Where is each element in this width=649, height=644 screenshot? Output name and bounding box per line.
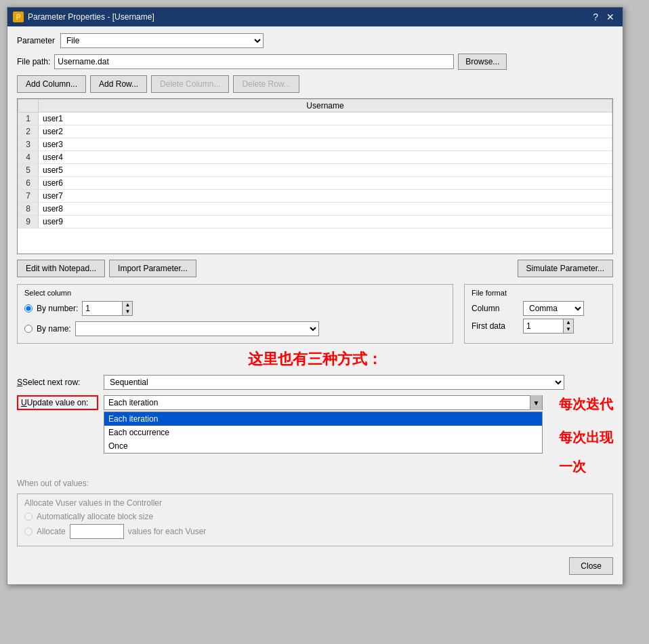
first-data-spin-up[interactable]: ▲ xyxy=(564,319,573,326)
table-body: 1user12user23user34user45user56user67use… xyxy=(18,113,612,228)
column-format-select[interactable]: Comma xyxy=(523,301,584,316)
by-number-row: By number: ▲ ▼ xyxy=(24,301,446,316)
manual-allocate-row: Allocate values for each Vuser xyxy=(24,524,606,539)
annotation-each-iteration: 每次迭代 xyxy=(559,395,613,414)
option-each-iteration[interactable]: Each iteration xyxy=(104,412,542,426)
data-table-container: Username 1user12user23user34user45user56… xyxy=(17,98,613,254)
delete-row-button[interactable]: Delete Row... xyxy=(233,75,299,93)
table-row: 4user4 xyxy=(18,151,612,164)
select-column-content: By number: ▲ ▼ By name: xyxy=(24,301,446,339)
data-table: Username 1user12user23user34user45user56… xyxy=(18,99,612,228)
parameter-type-select[interactable]: File xyxy=(60,33,264,48)
row-value[interactable]: user9 xyxy=(39,216,612,228)
select-column-title: Select column xyxy=(24,289,446,297)
close-title-button[interactable]: ✕ xyxy=(604,12,617,22)
bottom-btns-left: Edit with Notepad... Import Parameter... xyxy=(17,260,196,277)
row-value[interactable]: user8 xyxy=(39,203,612,216)
spin-down[interactable]: ▼ xyxy=(123,308,132,315)
close-button[interactable]: Close xyxy=(569,557,613,575)
filepath-row: File path: Browse... xyxy=(17,54,613,70)
dialog-icon: P xyxy=(13,12,24,22)
add-column-button[interactable]: Add Column... xyxy=(17,75,86,93)
browse-button[interactable]: Browse... xyxy=(458,54,507,70)
filepath-input[interactable] xyxy=(54,54,454,69)
bottom-buttons-row: Edit with Notepad... Import Parameter...… xyxy=(17,260,613,277)
edit-notepad-button[interactable]: Edit with Notepad... xyxy=(17,260,105,277)
by-name-radio[interactable] xyxy=(24,325,33,333)
add-row-button[interactable]: Add Row... xyxy=(90,75,147,93)
row-value[interactable]: user6 xyxy=(39,177,612,190)
by-number-input[interactable] xyxy=(82,301,123,316)
username-header: Username xyxy=(39,100,612,113)
option-once[interactable]: Once xyxy=(104,439,542,453)
close-row: Close xyxy=(17,553,613,578)
by-number-radio[interactable] xyxy=(24,304,33,313)
annotation-each-occurrence: 每次出现 xyxy=(559,428,613,447)
select-next-label: SSelect next row: xyxy=(17,378,98,387)
auto-allocate-row: Automatically allocate block size xyxy=(24,512,606,521)
annotation-text: 这里也有三种方式： xyxy=(17,349,613,369)
table-row: 2user2 xyxy=(18,125,612,138)
row-value[interactable]: user3 xyxy=(39,138,612,151)
by-name-select[interactable] xyxy=(75,321,319,336)
row-number: 1 xyxy=(18,113,39,125)
parameter-properties-dialog: P Parameter Properties - [Username] ? ✕ … xyxy=(7,7,623,585)
row-value[interactable]: user7 xyxy=(39,190,612,203)
by-number-spinner: ▲ ▼ xyxy=(82,301,133,316)
update-value-select-bar: Each iteration ▼ xyxy=(104,395,543,410)
select-column-group: Select column By number: ▲ ▼ xyxy=(17,284,453,344)
allocate-group: Allocate Vuser values in the Controller … xyxy=(17,494,613,546)
table-row: 6user6 xyxy=(18,177,612,190)
table-row: 1user1 xyxy=(18,113,612,125)
when-out-row: When out of values: xyxy=(17,479,613,488)
row-number: 9 xyxy=(18,216,39,228)
row-value[interactable]: user4 xyxy=(39,151,612,164)
spinner-arrows: ▲ ▼ xyxy=(123,301,133,316)
import-parameter-button[interactable]: Import Parameter... xyxy=(109,260,196,277)
row-number: 2 xyxy=(18,125,39,138)
column-format-label: Column xyxy=(472,304,519,313)
update-value-section: UUpdate value on: Each iteration ▼ Each … xyxy=(17,395,613,476)
simulate-parameter-button[interactable]: Simulate Parameter... xyxy=(518,260,613,277)
title-bar-left: P Parameter Properties - [Username] xyxy=(13,12,154,22)
update-value-dropdown-arrow[interactable]: ▼ xyxy=(530,395,542,410)
first-data-row: First data ▲ ▼ xyxy=(472,319,606,334)
action-buttons-row: Add Column... Add Row... Delete Column..… xyxy=(17,75,613,93)
row-number: 8 xyxy=(18,203,39,216)
auto-allocate-label: Automatically allocate block size xyxy=(37,512,153,521)
row-num-header xyxy=(18,100,39,113)
table-row: 5user5 xyxy=(18,164,612,177)
update-value-dropdown-list: Each iteration Each occurrence Once xyxy=(104,411,543,454)
column-format-row: Column Comma xyxy=(472,301,606,316)
spin-up[interactable]: ▲ xyxy=(123,302,132,308)
column-format-section: Select column By number: ▲ ▼ xyxy=(17,284,613,344)
row-value[interactable]: user5 xyxy=(39,164,612,177)
row-value[interactable]: user1 xyxy=(39,113,612,125)
filepath-label: File path: xyxy=(17,57,50,66)
row-number: 3 xyxy=(18,138,39,151)
update-value-label[interactable]: UUpdate value on: xyxy=(17,395,98,410)
update-value-current: Each iteration xyxy=(104,398,530,407)
row-number: 6 xyxy=(18,177,39,190)
select-next-row-section: SSelect next row: Sequential xyxy=(17,375,613,390)
first-data-spinner: ▲ ▼ xyxy=(523,319,574,334)
option-each-occurrence[interactable]: Each occurrence xyxy=(104,426,542,439)
select-next-row-select[interactable]: Sequential xyxy=(104,375,564,390)
row-number: 5 xyxy=(18,164,39,177)
allocate-label: Allocate xyxy=(37,527,66,536)
help-button[interactable]: ? xyxy=(590,12,601,22)
first-data-spin-down[interactable]: ▼ xyxy=(564,326,573,333)
dialog-title: Parameter Properties - [Username] xyxy=(28,12,154,22)
first-data-label: First data xyxy=(472,321,519,331)
delete-column-button[interactable]: Delete Column... xyxy=(151,75,229,93)
values-label: values for each Vuser xyxy=(128,527,207,536)
annotations-column: 每次迭代 每次出现 一次 xyxy=(552,395,613,476)
row-number: 4 xyxy=(18,151,39,164)
first-data-arrows: ▲ ▼ xyxy=(564,319,574,334)
table-row: 9user9 xyxy=(18,216,612,228)
row-value[interactable]: user2 xyxy=(39,125,612,138)
row-number: 7 xyxy=(18,190,39,203)
allocate-title: Allocate Vuser values in the Controller xyxy=(24,498,606,508)
file-format-group: File format Column Comma First data ▲ ▼ xyxy=(464,284,613,344)
first-data-input[interactable] xyxy=(523,319,564,334)
